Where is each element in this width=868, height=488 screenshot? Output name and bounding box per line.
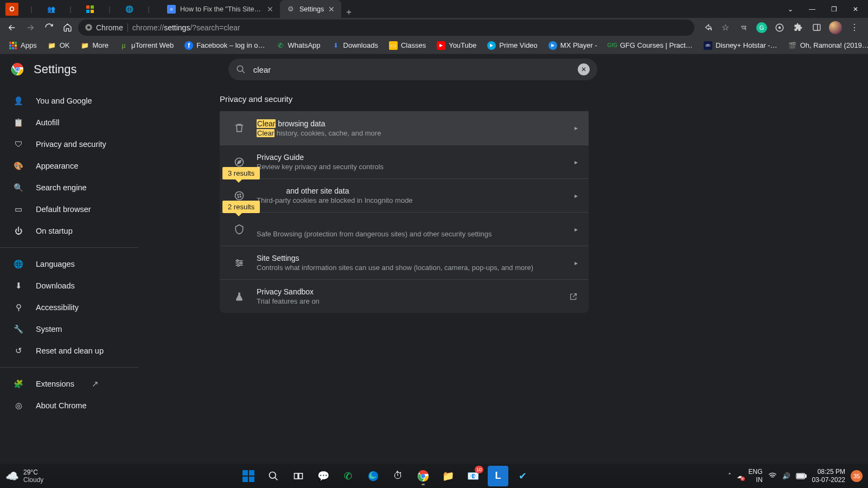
minimize-button[interactable]: ―	[802, 1, 822, 18]
opera-icon[interactable]: ⏱	[388, 466, 409, 486]
bookmark-prime-video[interactable]: ▶Prime Video	[483, 38, 542, 53]
sidebar-item-system[interactable]: 🔧System	[0, 318, 138, 340]
bookmark-whatsapp[interactable]: ✆WhatsApp	[272, 38, 325, 53]
whatsapp-icon[interactable]: ✆	[338, 466, 359, 486]
section-title: Privacy and security	[220, 94, 868, 104]
chrome-icon	[85, 23, 93, 31]
start-button[interactable]	[238, 466, 259, 486]
bookmark-youtube[interactable]: ▶YouTube	[432, 38, 481, 53]
todo-icon[interactable]: ✔	[513, 466, 533, 486]
close-icon[interactable]: ✕	[328, 5, 335, 14]
bookmarks-bar: Apps 📁OK 📁More µμTorrent Web fFacebook –…	[0, 37, 868, 54]
sidebar-item-accessibility[interactable]: ⚲Accessibility	[0, 297, 138, 318]
tab-search-button[interactable]: ⌄	[780, 1, 801, 18]
tab-docs[interactable]: ≡ How to Fix the "This Site Can't Be ✕	[161, 0, 280, 18]
address-bar[interactable]: Chrome chrome://settings/?search=clear	[78, 20, 694, 36]
mail-icon[interactable]: 📧10	[463, 466, 483, 486]
settings-search-input[interactable]	[253, 65, 570, 74]
maximize-button[interactable]: ❐	[824, 1, 844, 18]
sidebar-item-autofill[interactable]: 📋Autofill	[0, 112, 138, 133]
language-indicator[interactable]: ENG IN	[749, 468, 763, 484]
sidebar-item-privacy[interactable]: 🛡Privacy and security	[0, 133, 138, 155]
new-tab-button[interactable]: ＋	[341, 7, 356, 18]
extension-grammarly-icon[interactable]: G	[756, 22, 767, 33]
bookmark-facebook[interactable]: fFacebook – log in o…	[180, 38, 269, 53]
sidebar-item-appearance[interactable]: 🎨Appearance	[0, 155, 138, 177]
wifi-icon[interactable]	[768, 472, 777, 480]
reload-button[interactable]	[41, 20, 56, 35]
bookmark-apps[interactable]: Apps	[4, 38, 41, 53]
edge-icon[interactable]	[363, 466, 384, 486]
app-icon-microsoft[interactable]	[84, 3, 97, 16]
bookmark-more[interactable]: 📁More	[76, 38, 113, 53]
apps-grid-icon	[9, 41, 17, 50]
cloud-icon: ☁️	[5, 470, 19, 483]
sidebar-item-default-browser[interactable]: ▭Default browser	[0, 198, 138, 220]
row-cookies[interactable]: 3 results Cookies and other site data Th…	[220, 178, 589, 212]
menu-dots-icon[interactable]: ⋮	[848, 22, 860, 34]
translate-icon[interactable]: অ	[738, 22, 750, 34]
sidebar-item-about[interactable]: ◎About Chrome	[0, 395, 138, 416]
sidebar-item-you-and-google[interactable]: 👤You and Google	[0, 90, 138, 112]
folder-icon: 📁	[48, 41, 56, 50]
weather-widget[interactable]: ☁️ 29°C Cloudy	[5, 468, 43, 484]
home-button[interactable]	[60, 20, 75, 35]
extension-icon[interactable]	[774, 22, 786, 34]
sidebar-item-extensions[interactable]: 🧩Extensions↗	[0, 373, 138, 395]
extensions-puzzle-icon[interactable]	[792, 22, 804, 34]
notification-badge[interactable]: 35	[851, 470, 863, 482]
share-icon[interactable]	[701, 22, 713, 34]
app-l-icon[interactable]: L	[488, 466, 508, 486]
bookmark-ok[interactable]: 📁OK	[43, 38, 74, 53]
bookmark-hotstar[interactable]: dhDisney+ Hotstar -…	[699, 38, 782, 53]
teams-icon[interactable]: 💬	[313, 466, 334, 486]
mail-badge: 10	[475, 466, 483, 473]
onedrive-icon[interactable]: ☁✕	[737, 472, 743, 480]
battery-icon[interactable]	[796, 473, 807, 479]
close-window-button[interactable]: ✕	[845, 1, 866, 18]
clear-search-button[interactable]: ✕	[578, 63, 590, 75]
bookmark-oh-ramona[interactable]: 🎬Oh, Ramona! (2019…	[784, 38, 868, 53]
chrome-taskbar-icon[interactable]	[413, 466, 433, 486]
back-button[interactable]	[4, 20, 20, 35]
sidebar-item-search-engine[interactable]: 🔍Search engine	[0, 177, 138, 198]
divider: |	[103, 3, 116, 16]
facebook-icon: f	[184, 41, 193, 50]
svg-point-23	[237, 66, 243, 72]
sidepanel-icon[interactable]	[810, 22, 822, 34]
sidebar-item-downloads[interactable]: ⬇Downloads	[0, 275, 138, 297]
prime-icon: ▶	[487, 41, 496, 50]
tab-settings[interactable]: ⚙ Settings ✕	[280, 0, 341, 18]
row-security[interactable]: 2 results Security Safe Browsing (protec…	[220, 212, 589, 246]
clock[interactable]: 08:25 PM 03-07-2022	[812, 468, 845, 484]
task-view-button[interactable]	[288, 466, 309, 486]
search-button[interactable]	[263, 466, 284, 486]
app-icon-teams[interactable]: 👥	[44, 3, 58, 16]
bookmark-star-icon[interactable]: ☆	[719, 22, 731, 34]
row-privacy-guide[interactable]: Privacy Guide Review key privacy and sec…	[220, 145, 589, 178]
svg-rect-38	[242, 470, 248, 476]
sidebar-item-on-startup[interactable]: ⏻On startup	[0, 220, 138, 242]
settings-search-box[interactable]: ✕	[228, 59, 597, 80]
bookmark-downloads[interactable]: ⬇Downloads	[327, 38, 382, 53]
bookmark-classes[interactable]: ▭Classes	[385, 38, 430, 53]
close-icon[interactable]: ✕	[267, 5, 273, 14]
forward-button[interactable]	[23, 20, 38, 35]
profile-avatar[interactable]	[829, 21, 842, 34]
svg-rect-2	[86, 10, 90, 13]
row-site-settings[interactable]: Site Settings Controls what information …	[220, 246, 589, 279]
app-icon-globe[interactable]: 🌐	[123, 3, 136, 16]
sidebar-item-languages[interactable]: 🌐Languages	[0, 253, 138, 275]
bookmark-gfg[interactable]: GfGGFG Courses | Pract…	[604, 38, 697, 53]
app-icon-office[interactable]: O	[5, 3, 18, 16]
bookmark-mxplayer[interactable]: ▶MX Player -	[544, 38, 602, 53]
tray-chevron-icon[interactable]: ˄	[728, 472, 731, 480]
windows-taskbar: ☁️ 29°C Cloudy 💬 ✆ ⏱ 📁 📧10 L ✔ ˄ ☁✕ ENG …	[0, 464, 868, 488]
volume-icon[interactable]: 🔊	[782, 472, 790, 480]
row-privacy-sandbox[interactable]: Privacy Sandbox Trial features are on	[220, 279, 589, 313]
file-explorer-icon[interactable]: 📁	[438, 466, 458, 486]
sidebar-item-reset[interactable]: ↺Reset and clean up	[0, 340, 138, 362]
bookmark-utorrent[interactable]: µμTorrent Web	[115, 38, 178, 53]
row-clear-browsing-data[interactable]: Clear browsing data Clear history, cooki…	[220, 111, 589, 145]
svg-rect-1	[91, 5, 94, 9]
